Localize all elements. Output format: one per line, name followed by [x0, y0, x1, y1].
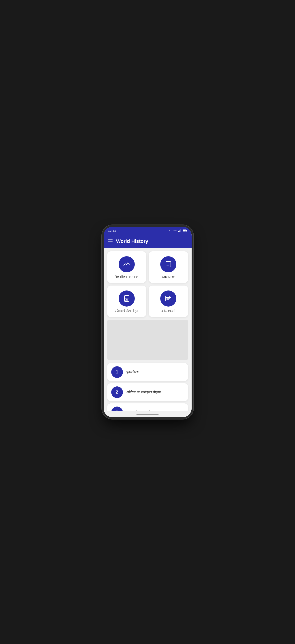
- svg-rect-7: [183, 230, 186, 232]
- svg-rect-3: [180, 230, 180, 232]
- wifi-icon: [173, 229, 177, 232]
- card-timeline-label: विश्व इतिहास कालक्रम: [115, 275, 139, 279]
- list-item-1[interactable]: 1 पुनजगिरण: [107, 363, 188, 381]
- svg-text:A: A: [169, 230, 170, 232]
- one-liner-icon-circle: [160, 256, 176, 272]
- svg-rect-1: [178, 231, 179, 232]
- svg-point-8: [129, 264, 130, 264]
- card-pdf-notes[interactable]: PDF इतिहास पीडीएफ नोट्स: [107, 286, 146, 317]
- timeline-icon-circle: [119, 256, 135, 272]
- home-indicator: [104, 411, 192, 417]
- svg-rect-2: [179, 230, 179, 232]
- signal-icon: [178, 229, 181, 232]
- battery-icon: [183, 230, 187, 232]
- card-timeline[interactable]: विश्व इतिहास कालक्रम: [107, 251, 146, 283]
- top-bar: World History: [104, 235, 192, 248]
- status-icons: A: [169, 229, 187, 232]
- a-icon: A: [169, 229, 172, 232]
- card-pdf-notes-label: इतिहास पीडीएफ नोट्स: [115, 309, 138, 313]
- list-item-2[interactable]: 2 अमेरिका का स्वतंत्रता संग्राम: [107, 383, 188, 401]
- list-items: 1 पुनजगिरण 2 अमेरिका का स्वतंत्रता संग्र…: [107, 363, 188, 411]
- svg-rect-6: [186, 230, 187, 232]
- main-content: विश्व इतिहास कालक्रम One Liner: [104, 248, 192, 411]
- svg-rect-4: [180, 229, 181, 232]
- list-item-3[interactable]: 3 फ्रांस की राज्यक्रांति: [107, 404, 188, 411]
- menu-button[interactable]: [108, 240, 113, 243]
- svg-text:PDF: PDF: [125, 298, 128, 300]
- card-current-affairs-label: करेंट अफेयर्स: [161, 309, 175, 313]
- card-one-liner-label: One Liner: [162, 275, 175, 279]
- pdf-icon-circle: PDF: [119, 290, 135, 306]
- page-title: World History: [116, 238, 148, 244]
- ad-banner: [107, 320, 188, 360]
- list-item-2-number: 2: [111, 386, 123, 398]
- status-time: 12:31: [108, 229, 116, 232]
- current-affairs-icon-circle: [160, 290, 176, 306]
- card-one-liner[interactable]: One Liner: [149, 251, 188, 283]
- phone-frame: 12:31 A: [104, 227, 192, 417]
- grid-cards: विश्व इतिहास कालक्रम One Liner: [107, 251, 188, 317]
- list-item-3-number: 3: [111, 406, 123, 411]
- svg-rect-13: [166, 261, 171, 262]
- list-item-1-number: 1: [111, 366, 123, 378]
- list-item-1-label: पुनजगिरण: [126, 370, 139, 374]
- home-bar: [136, 414, 159, 414]
- status-bar: 12:31 A: [104, 227, 192, 235]
- card-current-affairs[interactable]: करेंट अफेयर्स: [149, 286, 188, 317]
- list-item-2-label: अमेरिका का स्वतंत्रता संग्राम: [126, 390, 161, 394]
